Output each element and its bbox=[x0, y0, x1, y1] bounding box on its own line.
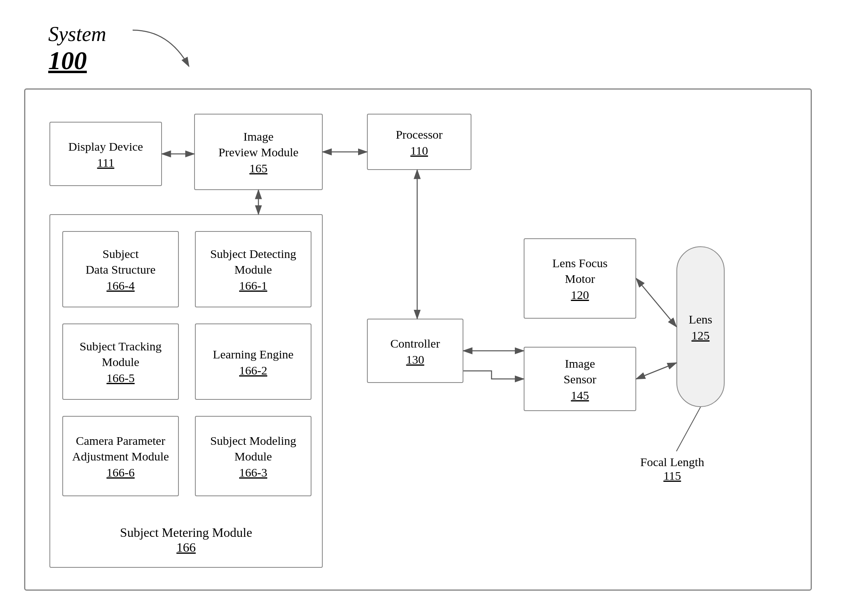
system-number: 100 bbox=[48, 46, 87, 75]
display-device-id: 111 bbox=[97, 156, 115, 170]
subj-detecting-id: 166-1 bbox=[239, 279, 267, 293]
focal-length-line bbox=[676, 407, 701, 451]
system-title: System bbox=[48, 23, 106, 45]
lens-label: Lens bbox=[689, 311, 712, 327]
subj-tracking-id: 166-5 bbox=[107, 371, 135, 385]
lens-id: 125 bbox=[692, 329, 710, 342]
subj-modeling-label: Subject ModelingModule bbox=[210, 433, 296, 464]
camera-param-label: Camera ParameterAdjustment Module bbox=[72, 433, 169, 464]
camera-param-id: 166-6 bbox=[107, 466, 135, 479]
subject-data-structure-box: SubjectData Structure 166-4 bbox=[62, 231, 179, 307]
focal-length-label: Focal Length 115 bbox=[640, 455, 704, 483]
display-device-box: Display Device 111 bbox=[49, 122, 162, 186]
arrow-controller-imagesensor bbox=[463, 371, 524, 379]
system-label: System 100 bbox=[48, 22, 106, 76]
subj-detecting-label: Subject DetectingModule bbox=[210, 246, 296, 277]
controller-id: 130 bbox=[406, 353, 424, 366]
processor-id: 110 bbox=[410, 144, 428, 158]
diagram: System 100 Display Device 111 ImagePrevi… bbox=[0, 0, 844, 616]
controller-label: Controller bbox=[390, 336, 440, 351]
learning-engine-label: Learning Engine bbox=[213, 346, 294, 362]
subject-modeling-box: Subject ModelingModule 166-3 bbox=[195, 416, 311, 496]
main-system-box: Display Device 111 ImagePreview Module 1… bbox=[24, 88, 812, 591]
subject-metering-outer-box: SubjectData Structure 166-4 Subject Dete… bbox=[49, 214, 323, 568]
camera-param-box: Camera ParameterAdjustment Module 166-6 bbox=[62, 416, 179, 496]
processor-label: Processor bbox=[396, 127, 443, 142]
subj-data-id: 166-4 bbox=[107, 279, 135, 293]
image-preview-label: ImagePreview Module bbox=[218, 129, 298, 160]
learning-engine-id: 166-2 bbox=[239, 364, 267, 377]
processor-box: Processor 110 bbox=[367, 114, 471, 170]
arrow-imagesensor-lens bbox=[636, 363, 676, 379]
focal-length-text: Focal Length bbox=[640, 455, 704, 469]
focal-length-id: 115 bbox=[664, 469, 681, 482]
controller-box: Controller 130 bbox=[367, 319, 463, 383]
subject-metering-text: Subject Metering Module bbox=[120, 525, 252, 540]
subject-detecting-box: Subject DetectingModule 166-1 bbox=[195, 231, 311, 307]
arrow-lensfocus-lens bbox=[636, 278, 676, 327]
image-sensor-box: ImageSensor 145 bbox=[524, 347, 636, 411]
image-preview-box: ImagePreview Module 165 bbox=[194, 114, 323, 190]
system-arrow bbox=[129, 26, 217, 78]
subject-tracking-box: Subject TrackingModule 166-5 bbox=[62, 323, 179, 400]
lens-focus-label: Lens FocusMotor bbox=[552, 255, 608, 287]
image-sensor-label: ImageSensor bbox=[563, 356, 596, 387]
lens-box: Lens 125 bbox=[676, 246, 725, 407]
subj-tracking-label: Subject TrackingModule bbox=[80, 338, 162, 370]
display-device-label: Display Device bbox=[68, 139, 143, 154]
subj-modeling-id: 166-3 bbox=[239, 466, 267, 479]
lens-focus-motor-box: Lens FocusMotor 120 bbox=[524, 238, 636, 319]
subject-metering-id: 166 bbox=[176, 540, 196, 555]
learning-engine-box: Learning Engine 166-2 bbox=[195, 323, 311, 400]
lens-focus-id: 120 bbox=[571, 288, 589, 302]
image-preview-id: 165 bbox=[250, 162, 268, 175]
image-sensor-id: 145 bbox=[571, 389, 589, 402]
subject-metering-label: Subject Metering Module 166 bbox=[50, 525, 322, 555]
subj-data-label: SubjectData Structure bbox=[86, 246, 156, 277]
